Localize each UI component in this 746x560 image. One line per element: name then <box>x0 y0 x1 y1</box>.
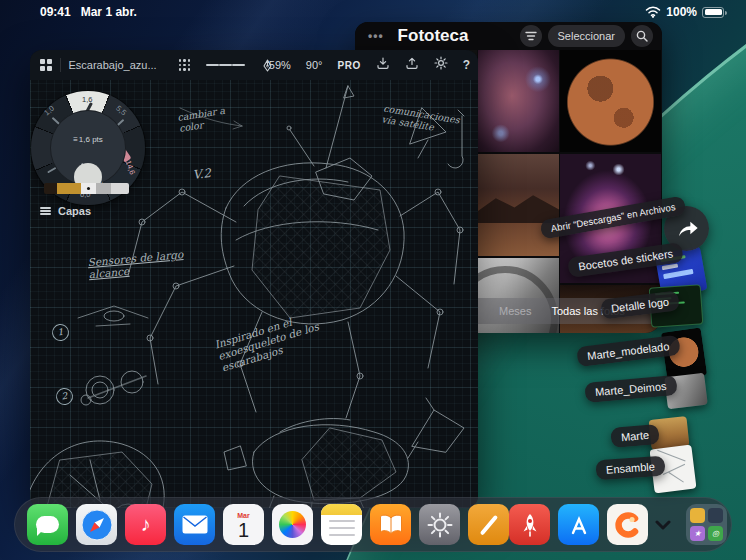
multitasking-dots-icon[interactable]: ••• <box>368 29 384 43</box>
notes-header <box>321 504 362 515</box>
dock-app-appstore[interactable] <box>558 504 599 545</box>
dock-collapse-button[interactable] <box>648 504 678 545</box>
canvas-rotation[interactable]: 90° <box>306 59 323 71</box>
sticker-row <box>663 269 693 279</box>
grid-settings-icon[interactable] <box>179 59 191 71</box>
photo-nebula-horsehead[interactable] <box>478 48 559 152</box>
dock-app-concepts[interactable] <box>607 504 648 545</box>
page-title: Fototeca <box>398 26 469 46</box>
open-book-icon <box>378 513 404 537</box>
notes-line <box>329 534 355 536</box>
chat-bubble-icon <box>36 516 59 533</box>
select-button[interactable]: Seleccionar <box>548 25 625 47</box>
dock-app-calendar[interactable]: Mar 1 <box>223 504 264 545</box>
dock-app-library[interactable]: ★ ◎ <box>686 504 727 545</box>
blade-icon <box>479 514 497 535</box>
sketch-line <box>663 464 685 475</box>
search-icon <box>636 30 648 42</box>
dock-app-settings[interactable] <box>419 504 460 545</box>
dock-app-photos[interactable] <box>272 504 313 545</box>
document-title[interactable]: Escarabajo_azu... <box>69 59 157 71</box>
concepts-window: Escarabajo_azu... 59% 90° PRO ? <box>30 50 478 508</box>
photo-desert-hills[interactable] <box>478 154 559 256</box>
swatch-dark[interactable] <box>44 183 57 194</box>
layers-list-icon <box>40 205 51 217</box>
layers-stack-icon[interactable] <box>206 62 245 67</box>
compass-icon <box>80 508 114 542</box>
settings-gear-icon[interactable] <box>434 56 448 74</box>
concepts-toolbar: Escarabajo_azu... 59% 90° PRO ? <box>30 50 478 80</box>
gallery-icon[interactable] <box>40 59 52 71</box>
import-button[interactable] <box>376 56 390 74</box>
calendar-day: 1 <box>238 520 249 540</box>
dock-app-rocket[interactable] <box>509 504 550 545</box>
dock-app-notes[interactable] <box>321 504 362 545</box>
photos-flower-icon <box>279 511 306 538</box>
library-mini-camera <box>708 508 723 523</box>
layers-label: Capas <box>58 205 91 217</box>
selected-swatch-dot <box>87 187 90 190</box>
envelope-icon <box>182 515 208 534</box>
swatch-lightgray[interactable] <box>111 183 129 194</box>
dock-app-drawing[interactable] <box>468 504 509 545</box>
search-button[interactable] <box>631 25 653 47</box>
swatch-gold[interactable] <box>57 183 81 194</box>
dock-app-safari[interactable] <box>76 504 117 545</box>
tab-months[interactable]: Meses <box>499 305 531 317</box>
library-mini-tips <box>690 508 705 523</box>
rocket-icon <box>517 512 543 538</box>
annotation-version: V.2 <box>192 167 211 183</box>
layers-panel-header[interactable]: Capas <box>34 202 97 220</box>
dock-app-books[interactable] <box>370 504 411 545</box>
status-bar: 09:41 Mar 1 abr. 100% <box>0 0 746 22</box>
gear-icon <box>426 511 454 539</box>
tool-size-label: 1,6 <box>82 95 92 104</box>
battery-percent: 100% <box>666 5 697 19</box>
concepts-c-icon <box>613 510 643 540</box>
ipad-screen: ••• Fototeca Seleccionar <box>0 0 746 560</box>
library-mini-star: ★ <box>690 526 705 541</box>
color-swatch-bar[interactable] <box>44 183 129 194</box>
appstore-a-icon <box>566 512 592 538</box>
swatch-white-selected[interactable] <box>81 183 96 194</box>
sketch-line <box>668 472 684 483</box>
export-button[interactable] <box>405 56 419 74</box>
swatch-gray[interactable] <box>96 183 111 194</box>
notes-line <box>329 527 355 529</box>
fototeca-titlebar: ••• Fototeca Seleccionar <box>355 22 662 50</box>
help-button[interactable]: ? <box>463 58 470 72</box>
notes-line <box>329 520 355 522</box>
pro-badge[interactable]: PRO <box>337 60 360 71</box>
dock-app-messages[interactable] <box>27 504 68 545</box>
status-date[interactable]: Mar 1 abr. <box>81 5 137 19</box>
view-options-button[interactable] <box>520 25 542 47</box>
library-mini-green: ◎ <box>708 526 723 541</box>
dock-app-mail[interactable] <box>174 504 215 545</box>
forward-arrow-icon <box>675 218 699 240</box>
chevron-down-icon <box>655 520 671 530</box>
divider <box>60 58 61 72</box>
dock: ♪ Mar 1 <box>14 497 732 552</box>
dock-app-music[interactable]: ♪ <box>125 504 166 545</box>
battery-icon <box>702 7 724 18</box>
view-options-icon <box>525 31 537 41</box>
zoom-level[interactable]: 59% <box>269 59 291 71</box>
status-time[interactable]: 09:41 <box>40 5 71 19</box>
stroke-size-value: ≡1,6 pts <box>73 135 103 144</box>
photo-mars-planet[interactable] <box>560 48 661 152</box>
music-note-icon: ♪ <box>141 513 151 536</box>
wifi-icon <box>645 6 661 18</box>
